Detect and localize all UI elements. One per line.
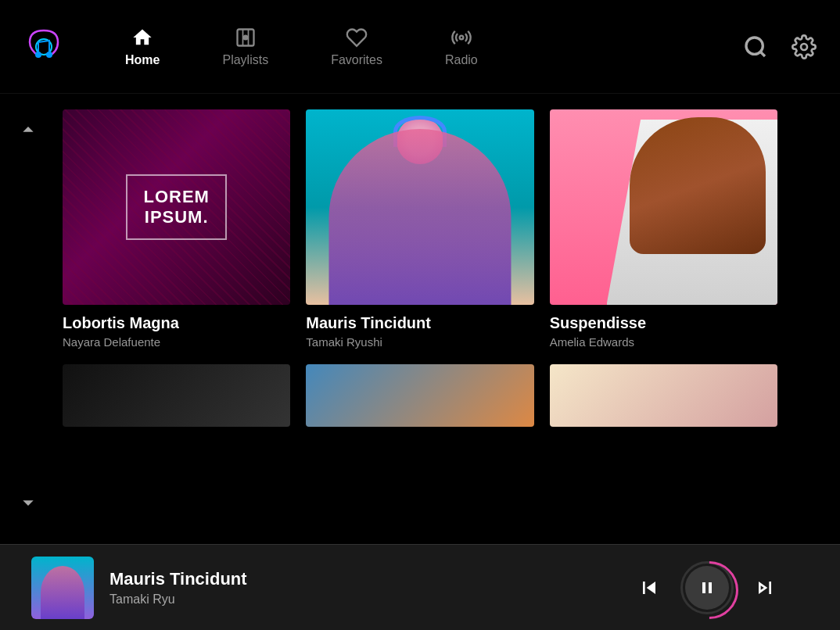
svg-point-6: [460, 35, 464, 39]
logo[interactable]: [23, 27, 78, 67]
album-grid: LOREMIPSUM. Lobortis Magna Nayara Delafu…: [63, 94, 777, 349]
now-playing-thumbnail: [31, 557, 94, 619]
nav-items: Home Playlists Favorites: [78, 27, 743, 67]
now-playing-artist: Tamaki Ryu: [109, 592, 637, 607]
album-preview-row: [63, 364, 777, 427]
album-artist-1: Nayara Delafuente: [63, 335, 290, 349]
album-title-2: Mauris Tincidunt: [306, 314, 533, 332]
preview-thumb-2[interactable]: [306, 364, 533, 427]
play-pause-button[interactable]: [680, 561, 734, 614]
scroll-down-button[interactable]: [16, 490, 41, 521]
nav-label-playlists: Playlists: [222, 53, 268, 67]
search-button[interactable]: [743, 34, 768, 59]
nav-item-favorites[interactable]: Favorites: [300, 27, 414, 67]
svg-point-9: [801, 44, 807, 50]
nav-label-radio: Radio: [445, 53, 478, 67]
album-card-1[interactable]: LOREMIPSUM. Lobortis Magna Nayara Delafu…: [63, 109, 290, 349]
nav-label-home: Home: [125, 53, 160, 67]
nav-bar: Home Playlists Favorites: [0, 0, 840, 94]
main-content: LOREMIPSUM. Lobortis Magna Nayara Delafu…: [0, 94, 840, 544]
settings-button[interactable]: [792, 34, 817, 59]
now-playing-info: Mauris Tincidunt Tamaki Ryu: [109, 569, 637, 607]
album-title-1: Lobortis Magna: [63, 314, 290, 332]
nav-label-favorites: Favorites: [331, 53, 382, 67]
preview-thumb-3[interactable]: [550, 364, 777, 427]
nav-right-controls: [743, 34, 817, 59]
album-artist-3: Amelia Edwards: [550, 335, 777, 349]
album-artist-2: Tamaki Ryushi: [306, 335, 533, 349]
scroll-up-button[interactable]: [16, 117, 41, 148]
nav-item-home[interactable]: Home: [94, 27, 191, 67]
album-title-3: Suspendisse: [550, 314, 777, 332]
now-playing-title: Mauris Tincidunt: [109, 569, 637, 589]
album-card-3[interactable]: Suspendisse Amelia Edwards: [550, 109, 777, 349]
svg-point-7: [746, 38, 763, 54]
preview-thumb-1[interactable]: [63, 364, 290, 427]
next-button[interactable]: [752, 575, 777, 600]
svg-point-5: [242, 34, 248, 40]
svg-line-8: [760, 52, 765, 56]
now-playing-bar: Mauris Tincidunt Tamaki Ryu: [0, 544, 840, 630]
album-thumb-text-1: LOREMIPSUM.: [126, 174, 226, 241]
previous-button[interactable]: [637, 575, 662, 600]
nav-item-playlists[interactable]: Playlists: [191, 27, 300, 67]
playback-controls: [637, 561, 777, 614]
nav-item-radio[interactable]: Radio: [414, 27, 509, 67]
album-card-2[interactable]: Mauris Tincidunt Tamaki Ryushi: [306, 109, 533, 349]
